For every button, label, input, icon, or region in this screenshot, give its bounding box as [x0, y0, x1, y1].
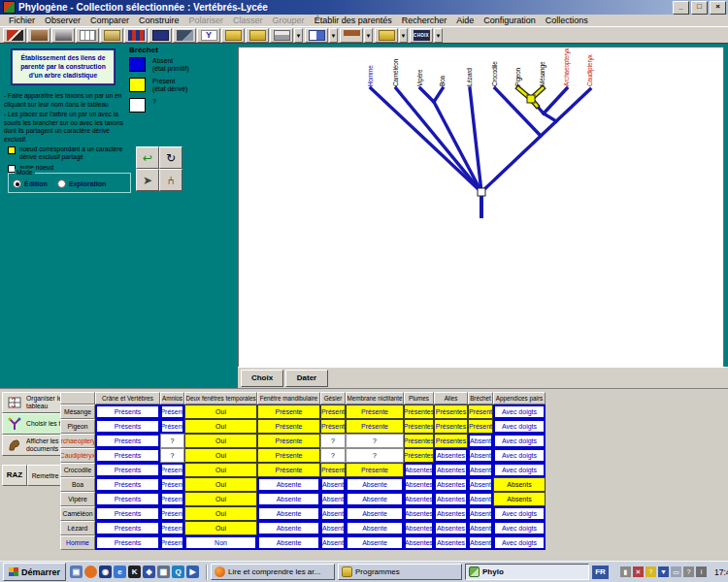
mouse-help-icon[interactable]: ?	[683, 566, 694, 577]
taxon-button-boa[interactable]: Boa	[60, 477, 95, 492]
tree-canvas[interactable]: HommeCaméléonVipèreBoaLézardCrocodilePig…	[238, 47, 724, 369]
menu-grouper[interactable]: Grouper	[268, 16, 310, 25]
toolbar-button-copy-window-icon[interactable]	[305, 28, 328, 43]
taxon-button-homme[interactable]: Homme	[60, 535, 95, 550]
taxon-label-caudipteryx[interactable]: Caudipteryx	[586, 55, 593, 86]
toolbar-button-grid-table-icon[interactable]	[76, 28, 99, 43]
menu-comparer[interactable]: Comparer	[85, 16, 134, 25]
taxon-label-vipere[interactable]: Vipère	[416, 70, 423, 86]
menu-fichier[interactable]: Fichier	[4, 16, 40, 25]
update-icon[interactable]: i	[696, 566, 707, 577]
taxon-label-lezard[interactable]: Lézard	[466, 68, 473, 86]
menu-rechercher[interactable]: Rechercher	[397, 16, 452, 25]
taxon-label-pigeon[interactable]: Pigeon	[514, 68, 521, 86]
menu-polariser[interactable]: Polariser	[184, 16, 229, 25]
cell: Absentes	[404, 506, 434, 521]
copy-window-icon-dropdown[interactable]: ▼	[329, 28, 338, 43]
menu-configuration[interactable]: Configuration	[479, 16, 541, 25]
taxon-label-cameleon[interactable]: Caméléon	[392, 59, 399, 86]
toolbar-button-print-icon[interactable]	[270, 28, 293, 43]
maximize-button[interactable]: □	[691, 1, 708, 15]
raz-button[interactable]: RAZ	[2, 465, 27, 486]
menu-classer[interactable]: Classer	[228, 16, 268, 25]
display-icon[interactable]: ▭	[671, 566, 681, 577]
quicktime-icon[interactable]: Q	[172, 566, 184, 578]
menu-construire[interactable]: Construire	[134, 16, 184, 25]
menu-collections[interactable]: Collections	[541, 16, 593, 25]
minimize-button[interactable]: _	[673, 1, 689, 15]
toolbar-button-tree-icon[interactable]: Y	[197, 28, 220, 43]
toolbar-button-choix-icon[interactable]: CHOIX	[410, 28, 433, 43]
mouse-alert-icon[interactable]: ✕	[633, 566, 644, 577]
start-button[interactable]: Démarrer	[3, 563, 66, 581]
menu-aide[interactable]: Aide	[451, 16, 479, 25]
task-phylo[interactable]: Phylo	[465, 564, 589, 580]
taxon-label-homme[interactable]: Homme	[367, 65, 374, 86]
paint-icon[interactable]: ◆	[143, 566, 155, 578]
tab-choix[interactable]: Choix	[241, 370, 283, 387]
firefox-icon[interactable]	[84, 566, 97, 578]
tool-rotate-icon[interactable]: ↻	[159, 146, 182, 169]
media-player-icon[interactable]: ◉	[99, 566, 112, 578]
folder-icon-dropdown[interactable]: ▼	[399, 28, 408, 43]
cell: Absentes	[404, 463, 434, 477]
mode-radio-edition[interactable]: Édition	[13, 179, 48, 188]
language-indicator[interactable]: FR	[592, 566, 609, 579]
tool-select-cursor-icon[interactable]: ➤	[136, 169, 159, 191]
cell: Absentes	[404, 477, 434, 492]
messenger-icon[interactable]: ?	[645, 566, 656, 577]
toolbar-button-matrix-icon[interactable]	[124, 28, 148, 43]
task-lire-et-comprendre-les-ar-[interactable]: Lire et comprendre les ar...	[211, 564, 335, 580]
pointer-k-icon[interactable]: K	[128, 566, 141, 578]
grid-window-icon[interactable]: ▦	[157, 566, 170, 578]
stamp-icon-dropdown[interactable]: ▼	[364, 28, 373, 43]
toolbar-button-window-icon[interactable]	[149, 28, 172, 43]
toolbar-button-specimens-butterfly-icon[interactable]	[3, 28, 26, 43]
play-icon[interactable]: ▶	[186, 566, 199, 578]
cell: Absentes	[434, 492, 468, 506]
taxon-button-cameleon[interactable]: Caméléon	[60, 506, 95, 521]
choix-icon-dropdown[interactable]: ▼	[434, 28, 443, 43]
shield-icon[interactable]: ▼	[658, 566, 669, 577]
taxon-label-archaeopteryx[interactable]: Archaeopteryx	[563, 48, 570, 86]
toolbar-button-folder-edit-icon[interactable]	[221, 28, 245, 43]
toolbar-button-photo-observe-icon[interactable]	[51, 28, 75, 43]
toolbar-button-image-icon[interactable]	[173, 28, 196, 43]
cell: Présent	[320, 404, 346, 419]
menu-observer[interactable]: Observer	[40, 16, 85, 25]
toolbar-button-folder-open-icon[interactable]	[246, 28, 269, 43]
print-icon-dropdown[interactable]: ▼	[294, 28, 303, 43]
taxon-button-archaeopteryx[interactable]: Archaeopteryx	[60, 434, 95, 448]
taxon-label-mesange[interactable]: Mésange	[539, 62, 546, 86]
tool-undo-icon[interactable]: ↩	[136, 146, 159, 169]
specimens-butterfly-icon	[7, 30, 23, 41]
toolbar-button-folder-icon[interactable]	[375, 28, 398, 43]
taxon-label-crocodile[interactable]: Crocodile	[491, 61, 498, 86]
toolbar-button-stamp-icon[interactable]	[340, 28, 363, 43]
photo-compare-icon	[31, 30, 48, 41]
branch-homme	[371, 88, 481, 192]
menu-etablir-des-parentes[interactable]: Établir des parentés	[310, 16, 397, 25]
device-icon[interactable]: ▮	[620, 566, 631, 577]
state-color-swatch	[129, 78, 146, 92]
toolbar-button-photo-compare-icon[interactable]	[27, 28, 50, 43]
cell: Présent	[160, 535, 184, 550]
show-desktop-icon[interactable]: ▣	[70, 566, 83, 578]
taxon-button-pigeon[interactable]: Pigeon	[60, 419, 95, 434]
taxon-button-vipere[interactable]: Vipère	[60, 492, 95, 506]
close-button[interactable]: ×	[710, 1, 726, 15]
mode-radio-exploration[interactable]: Exploration	[57, 179, 107, 188]
tool-branch-fan-icon[interactable]: ⑃	[159, 169, 182, 191]
taxon-label-boa[interactable]: Boa	[439, 76, 446, 86]
cell: Présente	[257, 463, 320, 477]
taxon-button-mesange[interactable]: Mésange	[60, 404, 95, 419]
taxon-button-caudipteryx[interactable]: Caudiptéryx	[60, 448, 95, 463]
toolbar-button-build-icon[interactable]	[100, 28, 123, 43]
task-programmes[interactable]: Programmes	[338, 564, 462, 580]
ie-icon[interactable]: e	[114, 566, 126, 578]
taxon-button-crocodile[interactable]: Crocodile	[60, 463, 95, 477]
stamp-icon	[344, 30, 360, 41]
taxon-button-lezard[interactable]: Lézard	[60, 521, 95, 535]
tab-dater[interactable]: Dater	[285, 370, 328, 387]
cell: Absentes	[434, 448, 468, 463]
